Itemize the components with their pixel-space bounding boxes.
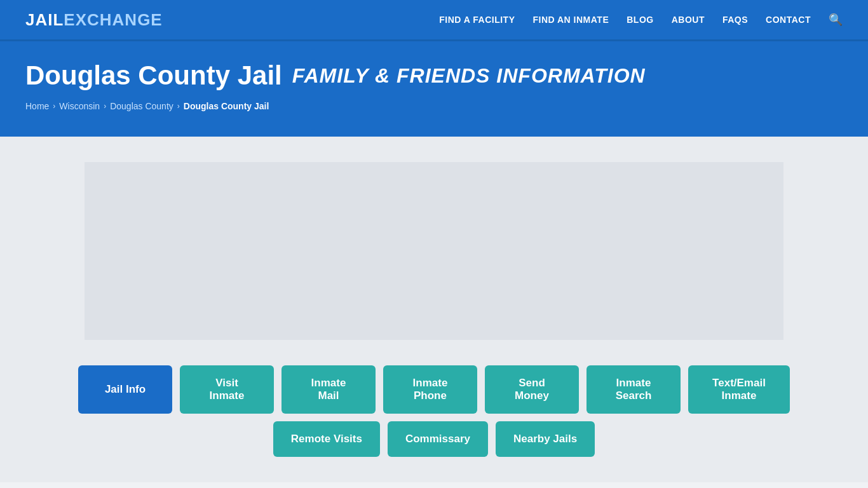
ad-area: [85, 162, 783, 340]
nav-item-faqs[interactable]: FAQs: [722, 15, 748, 25]
title-main: Douglas County Jail: [25, 60, 282, 91]
nearby-jails-button[interactable]: Nearby Jails: [496, 421, 595, 457]
visit-inmate-button[interactable]: Visit Inmate: [180, 365, 274, 414]
nav-item-blog[interactable]: BLOG: [627, 15, 653, 25]
remote-visits-button[interactable]: Remote Visits: [273, 421, 380, 457]
breadcrumb-item-douglas-county-jail: Douglas County Jail: [184, 101, 269, 111]
jail-info-button[interactable]: Jail Info: [78, 365, 172, 414]
button-row-1: Jail InfoVisit InmateInmate MailInmate P…: [78, 365, 790, 414]
nav-item-find-facility[interactable]: FIND A FACILITY: [439, 15, 515, 25]
nav-item-contact[interactable]: CONTACT: [766, 15, 811, 25]
main-nav: FIND A FACILITYFIND AN INMATEBLOGABOUTFA…: [439, 13, 843, 27]
search-icon[interactable]: 🔍: [829, 13, 843, 27]
breadcrumb-item-wisconsin[interactable]: Wisconsin: [59, 101, 100, 111]
main-content: Jail InfoVisit InmateInmate MailInmate P…: [0, 137, 868, 482]
breadcrumb-chevron: ›: [177, 102, 180, 111]
breadcrumb-chevron: ›: [53, 102, 55, 111]
button-row-2: Remote VisitsCommissaryNearby Jails: [273, 421, 595, 457]
logo-exchange: EXCHANGE: [64, 10, 162, 30]
title-sub: Family & Friends Information: [292, 64, 646, 88]
commissary-button[interactable]: Commissary: [388, 421, 488, 457]
text-email-inmate-button[interactable]: Text/Email Inmate: [688, 365, 790, 414]
hero-section: Douglas County Jail Family & Friends Inf…: [0, 41, 868, 137]
send-money-button[interactable]: Send Money: [485, 365, 579, 414]
inmate-phone-button[interactable]: Inmate Phone: [383, 365, 477, 414]
inmate-search-button[interactable]: Inmate Search: [587, 365, 681, 414]
inmate-mail-button[interactable]: Inmate Mail: [281, 365, 376, 414]
logo-jail: JAIL: [25, 10, 64, 30]
nav-item-about[interactable]: ABOUT: [672, 15, 705, 25]
breadcrumb-chevron: ›: [104, 102, 106, 111]
breadcrumb-item-douglas-county[interactable]: Douglas County: [110, 101, 173, 111]
header: JAIL EXCHANGE FIND A FACILITYFIND AN INM…: [0, 0, 868, 41]
logo[interactable]: JAIL EXCHANGE: [25, 10, 163, 30]
page-title: Douglas County Jail Family & Friends Inf…: [25, 60, 843, 91]
button-section: Jail InfoVisit InmateInmate MailInmate P…: [78, 365, 790, 457]
nav-item-find-inmate[interactable]: FIND AN INMATE: [532, 15, 609, 25]
breadcrumb-item-home[interactable]: Home: [25, 101, 49, 111]
breadcrumb: Home›Wisconsin›Douglas County›Douglas Co…: [25, 101, 843, 111]
